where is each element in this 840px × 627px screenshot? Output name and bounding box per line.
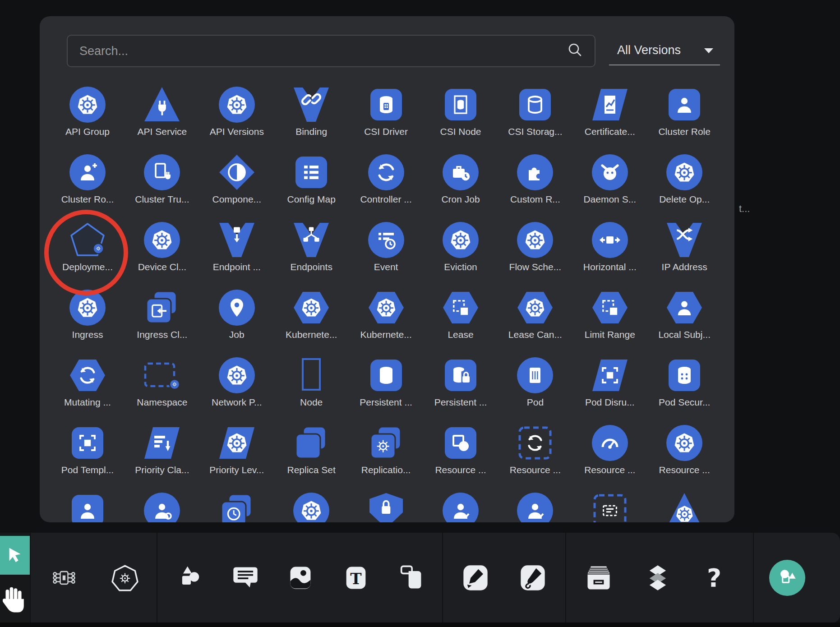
- grid-item-limit-range[interactable]: Limit Range: [573, 289, 647, 340]
- grid-item-label: Persistent ...: [424, 397, 498, 408]
- comment-tool[interactable]: [229, 562, 262, 594]
- pencil-tool[interactable]: [517, 562, 549, 594]
- pen-tool[interactable]: [459, 562, 492, 594]
- grid-item-label: Config Map: [274, 194, 348, 205]
- grid-item-csi-storag[interactable]: CSI Storag...: [498, 86, 572, 137]
- icon-picker-panel: All Versions API GroupAPI ServiceAPI Ver…: [40, 16, 734, 522]
- grid-item-compone[interactable]: Compone...: [200, 153, 274, 205]
- grid-item-csi-node[interactable]: CSI Node: [424, 86, 498, 137]
- grid-item-resource[interactable]: Resource ...: [573, 424, 647, 475]
- grid-item-eviction[interactable]: Eviction: [424, 221, 498, 272]
- grid-item-priority-lev[interactable]: Priority Lev...: [200, 424, 274, 475]
- grid-item-node[interactable]: Node: [274, 356, 348, 408]
- version-dropdown[interactable]: All Versions: [609, 36, 720, 65]
- grid-item-cluster-role[interactable]: Cluster Role: [647, 86, 721, 137]
- grid-item-ingress-cl[interactable]: Ingress Cl...: [125, 289, 199, 340]
- shapes-logo-icon: [775, 565, 800, 590]
- comment-icon: [231, 563, 260, 592]
- grid-item-pod-templ[interactable]: Pod Templ...: [51, 424, 125, 475]
- grid-item-card-list-p-7[interactable]: [573, 492, 647, 522]
- grid-item-deployme[interactable]: Deployme...: [51, 221, 125, 272]
- grid-item-person-p-0[interactable]: [51, 492, 125, 522]
- grid-item-lease[interactable]: Lease: [424, 289, 498, 340]
- grid-item-api-service[interactable]: API Service: [125, 86, 199, 137]
- text-tool[interactable]: T: [340, 562, 372, 594]
- bottom-strip: [0, 622, 840, 627]
- k8s-icon: [367, 289, 405, 327]
- grid-item-binding[interactable]: Binding: [274, 86, 348, 137]
- grid-item-api-group[interactable]: API Group: [51, 86, 125, 137]
- grid-item-persistent[interactable]: Persistent ...: [349, 356, 423, 408]
- resource-graph-tool[interactable]: [48, 562, 80, 594]
- grid-item-config-map[interactable]: Config Map: [274, 153, 348, 205]
- shapes-logo-button[interactable]: [769, 560, 805, 596]
- grid-item-horizontal[interactable]: Horizontal ...: [573, 221, 647, 272]
- grid-item-cluster-tru[interactable]: Cluster Tru...: [125, 153, 199, 205]
- grid-item-lock-p-4[interactable]: [349, 492, 423, 522]
- grid-item-k8s-p-3[interactable]: [274, 492, 348, 522]
- grid-item-person-check-p-5[interactable]: [424, 492, 498, 522]
- image-tool[interactable]: [284, 562, 317, 594]
- search-input[interactable]: [68, 36, 595, 66]
- grid-item-endpoints[interactable]: Endpoints: [274, 221, 348, 272]
- grid-item-pod[interactable]: Pod: [498, 356, 572, 408]
- grid-item-namespace[interactable]: Namespace: [125, 356, 199, 408]
- person-icon: [665, 86, 703, 124]
- kubernetes-icons-tool[interactable]: [109, 562, 141, 594]
- box-arrow-v-icon: [218, 221, 256, 259]
- grid-item-job[interactable]: Job: [200, 289, 274, 340]
- grid-item-lease-can[interactable]: Lease Can...: [498, 289, 572, 340]
- select-tool[interactable]: [0, 536, 30, 575]
- grid-item-flow-sche[interactable]: Flow Sche...: [498, 221, 572, 272]
- grid-item-device-cl[interactable]: Device Cl...: [125, 221, 199, 272]
- grid-item-csi-driver[interactable]: CSI Driver: [349, 86, 423, 137]
- grid-item-ingress[interactable]: Ingress: [51, 289, 125, 340]
- grid-item-k8s-p-8[interactable]: [647, 492, 721, 522]
- cylinder-grid-icon: [367, 86, 405, 124]
- grid-item-custom-r[interactable]: Custom R...: [498, 153, 572, 205]
- grid-item-label: Resource ...: [498, 465, 572, 475]
- frame-tool[interactable]: [395, 562, 427, 594]
- search-bar: [67, 35, 595, 67]
- grid-item-delete-op[interactable]: Delete Op...: [647, 153, 721, 205]
- grid-item-api-versions[interactable]: API Versions: [200, 86, 274, 137]
- grid-item-person-link-p-1[interactable]: [125, 492, 199, 522]
- grid-item-kubernete[interactable]: Kubernete...: [274, 289, 348, 340]
- grid-item-resource[interactable]: Resource ...: [424, 424, 498, 475]
- grid-item-replicatio[interactable]: Replicatio...: [349, 424, 423, 475]
- grid-item-network-p[interactable]: Network P...: [200, 356, 274, 408]
- grid-item-label: Eviction: [424, 262, 498, 272]
- grid-item-kubernete[interactable]: Kubernete...: [349, 289, 423, 340]
- grid-item-persistent[interactable]: Persistent ...: [424, 356, 498, 408]
- grid-item-clock-p-2[interactable]: [200, 492, 274, 522]
- help-tool[interactable]: ?: [698, 562, 730, 594]
- grid-item-person-check-p-6[interactable]: [498, 492, 572, 522]
- shapes-tool[interactable]: [174, 562, 207, 594]
- grid-item-cron-job[interactable]: Cron Job: [424, 153, 498, 205]
- grid-item-label: Cluster Role: [647, 126, 721, 137]
- grid-item-label: Namespace: [125, 397, 199, 408]
- grid-item-daemon-s[interactable]: Daemon S...: [573, 153, 647, 205]
- grid-item-ip-address[interactable]: IP Address: [647, 221, 721, 272]
- grid-item-certificate[interactable]: Certificate...: [573, 86, 647, 137]
- grid-item-cluster-ro[interactable]: Cluster Ro...: [51, 153, 125, 205]
- grid-item-resource[interactable]: Resource ...: [498, 424, 572, 475]
- grid-item-controller[interactable]: Controller ...: [349, 153, 423, 205]
- archive-tool[interactable]: [582, 562, 615, 594]
- grid-item-mutating[interactable]: Mutating ...: [51, 356, 125, 408]
- layers-tool[interactable]: [642, 562, 674, 594]
- grid-item-resource[interactable]: Resource ...: [647, 424, 721, 475]
- svg-text:T: T: [350, 570, 362, 588]
- grid-item-pod-secur[interactable]: Pod Secur...: [647, 356, 721, 408]
- brackets-box-icon: [591, 356, 629, 394]
- grid-item-replica-set[interactable]: Replica Set: [274, 424, 348, 475]
- grid-item-priority-cla[interactable]: Priority Cla...: [125, 424, 199, 475]
- card-list-icon: [591, 492, 629, 522]
- grid-item-label: Cluster Ro...: [51, 194, 125, 205]
- pan-tool[interactable]: [3, 584, 26, 615]
- grid-item-label: Network P...: [200, 397, 274, 408]
- grid-item-pod-disru[interactable]: Pod Disru...: [573, 356, 647, 408]
- grid-item-endpoint[interactable]: Endpoint ...: [200, 221, 274, 272]
- grid-item-local-subj[interactable]: Local Subj...: [647, 289, 721, 340]
- grid-item-event[interactable]: Event: [349, 221, 423, 272]
